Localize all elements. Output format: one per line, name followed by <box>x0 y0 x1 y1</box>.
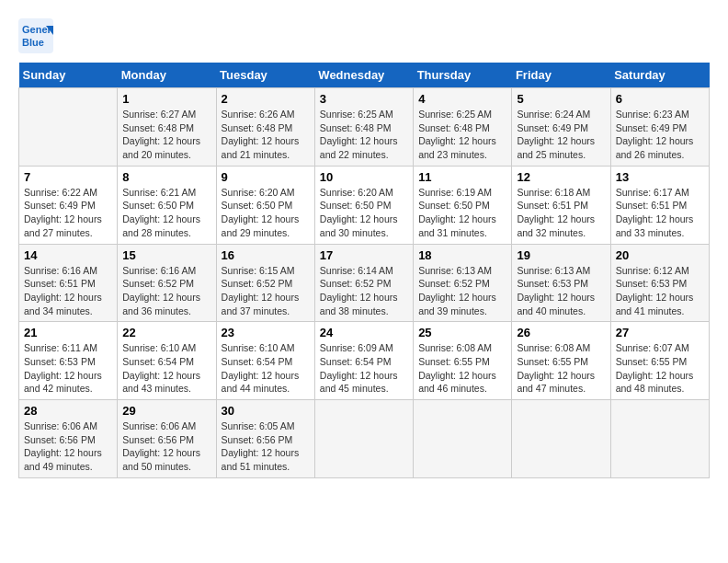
day-number: 16 <box>222 248 310 262</box>
day-info: Sunrise: 6:21 AM Sunset: 6:50 PM Dayligh… <box>122 186 210 240</box>
day-number: 30 <box>222 404 310 418</box>
calendar-week-2: 7Sunrise: 6:22 AM Sunset: 6:49 PM Daylig… <box>19 166 710 244</box>
day-info: Sunrise: 6:24 AM Sunset: 6:49 PM Dayligh… <box>517 108 605 162</box>
calendar-cell: 22Sunrise: 6:10 AM Sunset: 6:54 PM Dayli… <box>118 322 216 400</box>
calendar-cell: 4Sunrise: 6:25 AM Sunset: 6:48 PM Daylig… <box>414 88 512 167</box>
day-info: Sunrise: 6:07 AM Sunset: 6:55 PM Dayligh… <box>616 341 704 396</box>
day-number: 12 <box>517 170 605 184</box>
calendar-week-1: 1Sunrise: 6:27 AM Sunset: 6:48 PM Daylig… <box>19 88 710 167</box>
day-number: 29 <box>122 404 210 418</box>
calendar-cell: 21Sunrise: 6:11 AM Sunset: 6:53 PM Dayli… <box>19 322 118 400</box>
day-header-friday: Friday <box>512 63 610 88</box>
day-number: 21 <box>24 326 112 339</box>
day-info: Sunrise: 6:17 AM Sunset: 6:51 PM Dayligh… <box>616 186 704 240</box>
day-info: Sunrise: 6:27 AM Sunset: 6:48 PM Dayligh… <box>122 108 210 162</box>
calendar-cell <box>610 400 709 478</box>
day-info: Sunrise: 6:16 AM Sunset: 6:52 PM Dayligh… <box>122 264 210 318</box>
day-number: 9 <box>222 170 310 184</box>
day-number: 6 <box>616 92 704 106</box>
calendar-cell: 5Sunrise: 6:24 AM Sunset: 6:49 PM Daylig… <box>512 88 610 167</box>
day-info: Sunrise: 6:10 AM Sunset: 6:54 PM Dayligh… <box>122 341 210 396</box>
svg-text:Blue: Blue <box>22 37 44 48</box>
day-info: Sunrise: 6:19 AM Sunset: 6:50 PM Dayligh… <box>418 186 506 240</box>
calendar-cell: 6Sunrise: 6:23 AM Sunset: 6:49 PM Daylig… <box>610 88 709 167</box>
day-info: Sunrise: 6:26 AM Sunset: 6:48 PM Dayligh… <box>222 108 310 162</box>
day-number: 24 <box>320 326 408 339</box>
day-info: Sunrise: 6:08 AM Sunset: 6:55 PM Dayligh… <box>418 341 506 396</box>
calendar-cell <box>414 400 512 478</box>
calendar-cell: 19Sunrise: 6:13 AM Sunset: 6:53 PM Dayli… <box>512 244 610 322</box>
day-header-sunday: Sunday <box>19 63 118 88</box>
calendar-cell: 25Sunrise: 6:08 AM Sunset: 6:55 PM Dayli… <box>414 322 512 400</box>
page-header: General Blue <box>18 18 710 53</box>
day-info: Sunrise: 6:22 AM Sunset: 6:49 PM Dayligh… <box>24 186 112 240</box>
calendar-week-4: 21Sunrise: 6:11 AM Sunset: 6:53 PM Dayli… <box>19 322 710 400</box>
logo-icon: General Blue <box>18 18 53 53</box>
logo: General Blue <box>18 18 53 53</box>
day-info: Sunrise: 6:08 AM Sunset: 6:55 PM Dayligh… <box>517 341 605 396</box>
calendar-cell: 1Sunrise: 6:27 AM Sunset: 6:48 PM Daylig… <box>118 88 216 167</box>
day-info: Sunrise: 6:06 AM Sunset: 6:56 PM Dayligh… <box>122 419 210 474</box>
calendar-cell: 26Sunrise: 6:08 AM Sunset: 6:55 PM Dayli… <box>512 322 610 400</box>
day-number: 11 <box>418 170 506 184</box>
calendar-cell: 27Sunrise: 6:07 AM Sunset: 6:55 PM Dayli… <box>610 322 709 400</box>
day-header-monday: Monday <box>118 63 216 88</box>
calendar-cell: 2Sunrise: 6:26 AM Sunset: 6:48 PM Daylig… <box>216 88 314 167</box>
calendar-cell: 11Sunrise: 6:19 AM Sunset: 6:50 PM Dayli… <box>414 166 512 244</box>
day-number: 18 <box>418 248 506 262</box>
day-number: 3 <box>320 92 408 106</box>
calendar-cell: 23Sunrise: 6:10 AM Sunset: 6:54 PM Dayli… <box>216 322 314 400</box>
day-number: 8 <box>122 170 210 184</box>
calendar-cell: 28Sunrise: 6:06 AM Sunset: 6:56 PM Dayli… <box>19 400 118 478</box>
day-header-saturday: Saturday <box>610 63 709 88</box>
day-info: Sunrise: 6:09 AM Sunset: 6:54 PM Dayligh… <box>320 341 408 396</box>
day-number: 27 <box>616 326 704 339</box>
calendar-cell: 16Sunrise: 6:15 AM Sunset: 6:52 PM Dayli… <box>216 244 314 322</box>
day-number: 4 <box>418 92 506 106</box>
day-info: Sunrise: 6:16 AM Sunset: 6:51 PM Dayligh… <box>24 264 112 318</box>
day-info: Sunrise: 6:14 AM Sunset: 6:52 PM Dayligh… <box>320 264 408 318</box>
day-header-wednesday: Wednesday <box>314 63 413 88</box>
calendar-cell: 10Sunrise: 6:20 AM Sunset: 6:50 PM Dayli… <box>314 166 413 244</box>
day-number: 19 <box>517 248 605 262</box>
day-info: Sunrise: 6:13 AM Sunset: 6:53 PM Dayligh… <box>517 264 605 318</box>
calendar-cell: 29Sunrise: 6:06 AM Sunset: 6:56 PM Dayli… <box>118 400 216 478</box>
day-number: 5 <box>517 92 605 106</box>
day-header-thursday: Thursday <box>414 63 512 88</box>
calendar-cell: 18Sunrise: 6:13 AM Sunset: 6:52 PM Dayli… <box>414 244 512 322</box>
calendar-cell <box>314 400 413 478</box>
day-info: Sunrise: 6:20 AM Sunset: 6:50 PM Dayligh… <box>222 186 310 240</box>
day-info: Sunrise: 6:23 AM Sunset: 6:49 PM Dayligh… <box>616 108 704 162</box>
day-info: Sunrise: 6:25 AM Sunset: 6:48 PM Dayligh… <box>320 108 408 162</box>
calendar-cell: 24Sunrise: 6:09 AM Sunset: 6:54 PM Dayli… <box>314 322 413 400</box>
day-number: 23 <box>222 326 310 339</box>
day-info: Sunrise: 6:20 AM Sunset: 6:50 PM Dayligh… <box>320 186 408 240</box>
calendar-cell: 9Sunrise: 6:20 AM Sunset: 6:50 PM Daylig… <box>216 166 314 244</box>
day-number: 14 <box>24 248 112 262</box>
day-number: 13 <box>616 170 704 184</box>
calendar-week-3: 14Sunrise: 6:16 AM Sunset: 6:51 PM Dayli… <box>19 244 710 322</box>
day-info: Sunrise: 6:18 AM Sunset: 6:51 PM Dayligh… <box>517 186 605 240</box>
calendar-cell <box>512 400 610 478</box>
calendar-cell: 30Sunrise: 6:05 AM Sunset: 6:56 PM Dayli… <box>216 400 314 478</box>
day-info: Sunrise: 6:05 AM Sunset: 6:56 PM Dayligh… <box>222 419 310 474</box>
day-number: 7 <box>24 170 112 184</box>
day-info: Sunrise: 6:15 AM Sunset: 6:52 PM Dayligh… <box>222 264 310 318</box>
day-number: 20 <box>616 248 704 262</box>
calendar-cell: 3Sunrise: 6:25 AM Sunset: 6:48 PM Daylig… <box>314 88 413 167</box>
day-info: Sunrise: 6:13 AM Sunset: 6:52 PM Dayligh… <box>418 264 506 318</box>
day-info: Sunrise: 6:06 AM Sunset: 6:56 PM Dayligh… <box>24 419 112 474</box>
day-number: 1 <box>122 92 210 106</box>
calendar-week-5: 28Sunrise: 6:06 AM Sunset: 6:56 PM Dayli… <box>19 400 710 478</box>
day-info: Sunrise: 6:12 AM Sunset: 6:53 PM Dayligh… <box>616 264 704 318</box>
day-info: Sunrise: 6:25 AM Sunset: 6:48 PM Dayligh… <box>418 108 506 162</box>
day-number: 15 <box>122 248 210 262</box>
calendar-table: SundayMondayTuesdayWednesdayThursdayFrid… <box>18 63 710 478</box>
day-number: 2 <box>222 92 310 106</box>
day-number: 17 <box>320 248 408 262</box>
day-info: Sunrise: 6:10 AM Sunset: 6:54 PM Dayligh… <box>222 341 310 396</box>
calendar-cell: 7Sunrise: 6:22 AM Sunset: 6:49 PM Daylig… <box>19 166 118 244</box>
day-header-tuesday: Tuesday <box>216 63 314 88</box>
day-number: 28 <box>24 404 112 418</box>
calendar-cell: 20Sunrise: 6:12 AM Sunset: 6:53 PM Dayli… <box>610 244 709 322</box>
